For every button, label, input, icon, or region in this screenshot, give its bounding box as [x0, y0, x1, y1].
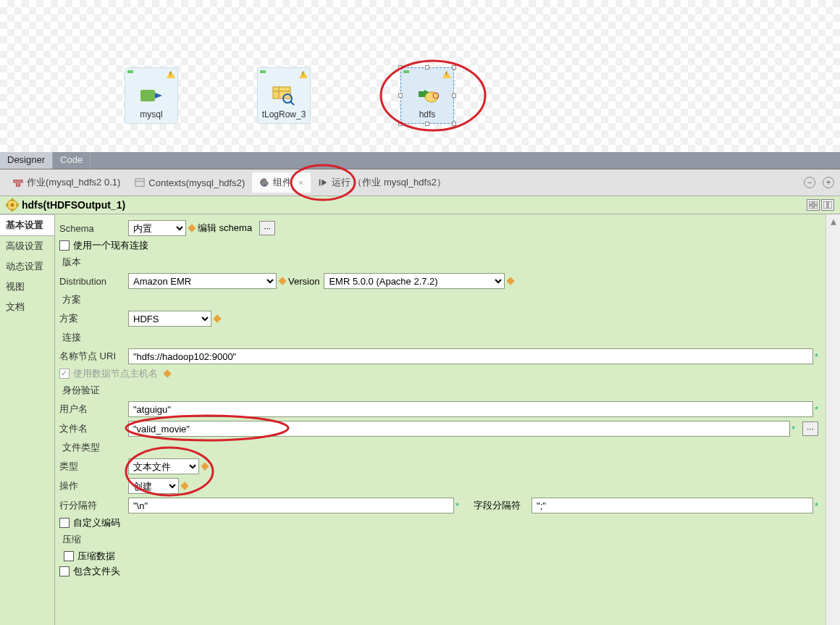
use-existing-conn-checkbox[interactable]	[59, 240, 70, 251]
username-label: 用户名	[59, 403, 128, 416]
tab-code[interactable]: Code	[53, 152, 91, 169]
editor-mode-tabs: Designer Code	[0, 152, 840, 169]
title-text: hdfs(tHDFSOutput_1)	[22, 199, 125, 211]
close-icon[interactable]: ×	[298, 178, 303, 187]
svg-rect-30	[828, 201, 832, 209]
scheme-heading: 方案	[59, 292, 818, 308]
custom-encoding-label: 自定义编码	[73, 516, 120, 529]
filename-label: 文件名	[59, 422, 128, 435]
required-icon: *	[815, 351, 818, 362]
side-tab-dynamic[interactable]: 动态设置	[0, 256, 54, 277]
gear-icon	[6, 198, 19, 211]
fieldsep-input[interactable]	[532, 498, 813, 513]
scheme-select[interactable]: HDFS	[128, 311, 211, 327]
svg-rect-0	[140, 90, 155, 101]
include-header-checkbox[interactable]	[59, 566, 70, 576]
diamond-icon	[180, 482, 188, 490]
svg-point-14	[262, 180, 264, 182]
side-tab-view[interactable]: 视图	[0, 277, 54, 297]
compress-heading: 压缩	[59, 532, 818, 548]
db-arrow-icon	[139, 85, 164, 106]
version-label: Version	[288, 276, 319, 287]
node-tlogrow[interactable]: tLogRow_3	[257, 67, 314, 124]
tab-label: 组件	[273, 176, 292, 189]
schema-select[interactable]: 内置	[128, 220, 186, 236]
svg-rect-27	[809, 206, 812, 209]
log-magnify-icon	[272, 85, 296, 106]
version-heading: 版本	[59, 254, 818, 270]
warning-icon	[442, 70, 451, 78]
action-select[interactable]: 创建	[128, 478, 179, 494]
svg-rect-9	[14, 180, 17, 183]
svg-rect-10	[19, 180, 22, 183]
scroll-up-icon[interactable]: ▴	[826, 214, 840, 227]
warning-icon	[299, 70, 308, 78]
node-mysql[interactable]: mysql	[125, 67, 181, 124]
namenode-input[interactable]	[128, 348, 813, 364]
scheme-label: 方案	[59, 312, 128, 325]
filename-browse-button[interactable]: ···	[802, 421, 818, 436]
tab-run[interactable]: 运行 （作业 mysql_hdfs2）	[311, 172, 453, 193]
node-hdfs[interactable]: hdfs	[400, 67, 457, 124]
compress-data-label: 压缩数据	[77, 550, 115, 563]
svg-rect-12	[135, 179, 144, 187]
svg-rect-22	[12, 209, 13, 211]
type-select[interactable]: 文本文件	[128, 458, 199, 474]
filetype-heading: 文件类型	[59, 440, 818, 456]
svg-rect-26	[814, 201, 818, 204]
side-tab-basic[interactable]: 基本设置	[0, 214, 54, 236]
version-select[interactable]: EMR 5.0.0 (Apache 2.7.2)	[324, 273, 505, 289]
view-grid-icon[interactable]	[807, 199, 820, 211]
tab-label: 作业(mysql_hdfs2 0.1)	[27, 176, 120, 189]
username-input[interactable]	[128, 401, 813, 417]
side-tab-doc[interactable]: 文档	[0, 297, 54, 317]
edit-schema-label: 编辑 schema	[198, 222, 252, 235]
distribution-select[interactable]: Amazon EMR	[128, 273, 277, 289]
node-label: hdfs	[401, 109, 453, 119]
maximize-icon[interactable]: +	[823, 177, 834, 188]
svg-point-15	[262, 183, 264, 185]
action-label: 操作	[59, 479, 128, 492]
diamond-icon	[507, 277, 515, 285]
tab-component[interactable]: 组件 ×	[252, 172, 310, 193]
palette-icon	[259, 177, 269, 188]
warning-icon	[167, 70, 175, 78]
required-icon: *	[791, 424, 795, 435]
play-icon	[318, 177, 328, 188]
diamond-icon	[278, 277, 286, 285]
designer-canvas[interactable]: mysql tLogRow_3 hdfs	[0, 0, 840, 152]
side-tab-advanced[interactable]: 高级设置	[0, 236, 54, 256]
svg-rect-29	[823, 201, 827, 209]
use-datanode-label: 使用数据节点主机名	[73, 367, 158, 380]
tab-job[interactable]: 作业(mysql_hdfs2 0.1)	[6, 172, 127, 193]
svg-rect-11	[16, 184, 20, 187]
svg-point-20	[11, 204, 14, 207]
tab-contexts[interactable]: Contexts(mysql_hdfs2)	[127, 174, 252, 192]
diamond-icon	[163, 369, 171, 377]
view-split-icon[interactable]	[821, 199, 834, 211]
schema-label: Schema	[59, 223, 128, 234]
minimize-icon[interactable]: −	[804, 177, 815, 188]
diamond-icon	[188, 224, 196, 232]
scrollbar[interactable]: ▴	[826, 214, 840, 625]
compress-data-checkbox[interactable]	[64, 551, 74, 561]
required-icon: *	[815, 404, 818, 415]
diamond-icon	[201, 462, 209, 470]
tab-label: 运行 （作业 mysql_hdfs2）	[332, 176, 446, 189]
svg-point-16	[264, 185, 266, 186]
svg-rect-21	[12, 198, 13, 201]
svg-rect-23	[6, 204, 8, 206]
tab-designer[interactable]: Designer	[0, 152, 53, 169]
rowsep-input[interactable]	[128, 498, 454, 513]
edit-schema-button[interactable]: ···	[259, 221, 275, 235]
custom-encoding-checkbox[interactable]	[59, 518, 70, 528]
svg-rect-25	[809, 201, 812, 204]
namenode-label: 名称节点 URI	[59, 350, 128, 363]
hdfs-elephant-icon	[414, 85, 440, 106]
filename-input[interactable]	[128, 421, 790, 437]
use-datanode-checkbox	[59, 369, 70, 379]
tab-label: Contexts(mysql_hdfs2)	[148, 177, 245, 188]
svg-rect-24	[17, 204, 19, 206]
view-tabs: 作业(mysql_hdfs2 0.1) Contexts(mysql_hdfs2…	[0, 169, 840, 196]
svg-rect-28	[814, 206, 818, 209]
